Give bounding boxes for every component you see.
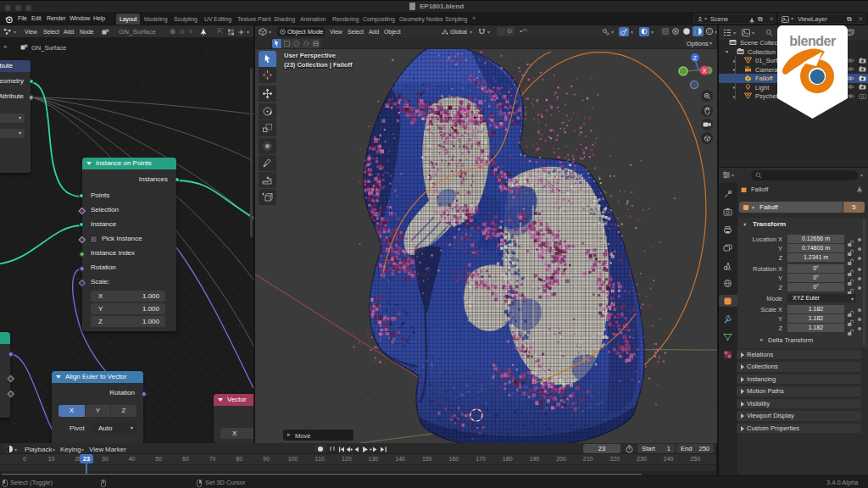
svg-text:blender: blender [789,34,836,48]
svg-text:X: X [702,67,706,75]
svg-text:2: 2 [849,31,851,36]
svg-text:Z: Z [693,55,698,61]
